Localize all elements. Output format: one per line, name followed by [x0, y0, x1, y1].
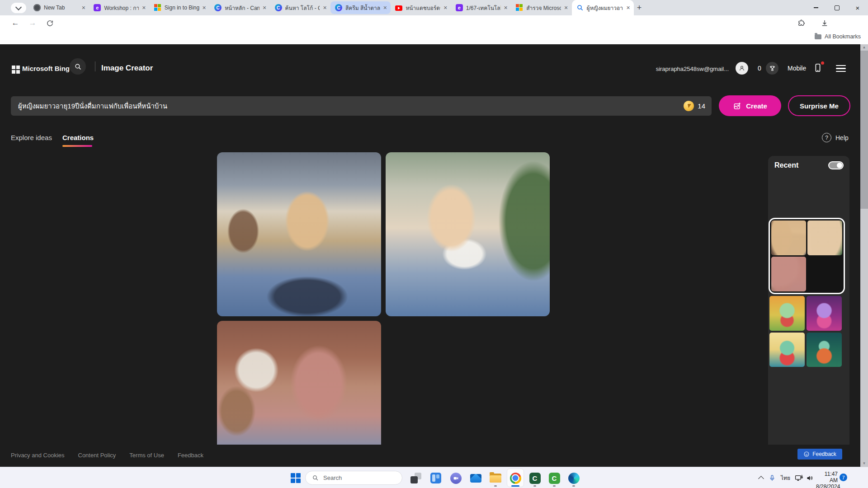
feedback-button-label: Feedback [812, 451, 836, 457]
mobile-app-button[interactable] [813, 62, 823, 73]
tab-explore-ideas[interactable]: Explore ideas [11, 134, 52, 141]
network-tray-icon[interactable] [794, 467, 804, 488]
microsoft-favicon [516, 4, 523, 11]
create-button[interactable]: Create [719, 95, 781, 116]
page-title[interactable]: Image Creator [101, 64, 153, 73]
forward-button[interactable]: → [27, 18, 38, 28]
mobile-label[interactable]: Mobile [788, 65, 806, 72]
bing-brand[interactable]: Microsoft Bing [22, 65, 70, 72]
browser-tab-8[interactable]: e1/67-เทคโนโลยีดิจิทั× [451, 0, 511, 15]
surprise-me-label: Surprise Me [800, 102, 839, 110]
taskbar-app-chrome[interactable] [506, 469, 524, 487]
notification-count-badge[interactable]: 7 [840, 474, 847, 481]
browser-tab-2[interactable]: eWorkshop : การใช้× [89, 0, 149, 15]
window-minimize-button[interactable] [806, 0, 826, 15]
create-label: Create [746, 102, 767, 110]
language-indicator[interactable]: ไทย [781, 467, 790, 488]
tab-close-icon[interactable]: × [323, 5, 326, 11]
rewards-count[interactable]: 0 [758, 65, 761, 72]
toggle-knob [837, 163, 842, 168]
back-button[interactable]: ← [10, 18, 21, 28]
extensions-button[interactable] [796, 18, 807, 28]
footer-link-privacy-and-cookies[interactable]: Privacy and Cookies [11, 452, 65, 459]
tab-title: สำรวจ Microsoft.cc [526, 4, 561, 12]
tab-title: New Tab [44, 5, 79, 11]
chat-icon [450, 473, 462, 484]
taskbar-app-camtasia-2[interactable]: C [545, 469, 563, 487]
page-scrollbar[interactable]: ▲ ▼ [860, 44, 868, 467]
recent-toggle[interactable] [828, 161, 844, 169]
taskbar-app-task-view[interactable] [407, 469, 425, 487]
tab-title: ผู้หญิงผมยาวอายุ19ปี [587, 4, 623, 12]
generated-image-3[interactable] [217, 321, 381, 445]
tab-close-icon[interactable]: × [626, 5, 630, 11]
account-email[interactable]: siraprapha2548sw@gmail... [640, 66, 729, 72]
tab-close-icon[interactable]: × [443, 5, 447, 11]
tab-creations[interactable]: Creations [62, 134, 94, 141]
hamburger-menu-button[interactable] [836, 65, 846, 72]
taskbar-app-chat[interactable] [447, 469, 465, 487]
taskbar-app-camtasia[interactable]: C [526, 469, 544, 487]
generated-image-1[interactable] [217, 152, 381, 316]
browser-tab-7[interactable]: หน้าแดชบอร์ดของช่× [391, 0, 451, 15]
feedback-button[interactable]: Feedback [797, 449, 842, 460]
footer-link-terms-of-use[interactable]: Terms of Use [129, 452, 164, 459]
surprise-me-button[interactable]: Surprise Me [788, 95, 850, 116]
rewards-button[interactable] [766, 62, 778, 75]
browser-tab-1[interactable]: New Tab× [29, 0, 89, 15]
prompt-input[interactable]: ผู้หญิงผมยาวอายุ19ปีนั่งดื่มกาแฟกับเพื่อ… [11, 96, 712, 116]
tab-close-icon[interactable]: × [142, 5, 146, 11]
volume-tray-icon[interactable] [806, 467, 814, 488]
tab-title: หน้าแดชบอร์ดของช่ [406, 4, 440, 12]
tab-close-icon[interactable]: × [504, 5, 508, 11]
tab-search-chevron-button[interactable] [11, 3, 26, 13]
footer-link-content-policy[interactable]: Content Policy [78, 452, 116, 459]
browser-tab-strip: New Tab×eWorkshop : การใช้×Sign in to Bi… [0, 0, 868, 15]
account-avatar[interactable] [736, 62, 748, 75]
footer-link-feedback[interactable]: Feedback [178, 452, 203, 459]
taskbar-app-widgets[interactable] [427, 469, 445, 487]
scroll-up-arrow[interactable]: ▲ [860, 44, 868, 51]
smiley-icon [803, 451, 810, 457]
browser-tab-6[interactable]: Cสีครีม สีน้ำตาล น่ารัก× [330, 1, 391, 14]
generated-image-4[interactable] [386, 321, 550, 445]
start-button[interactable] [287, 469, 305, 487]
recent-thumbnail-coffee-with-friends-creation-selected[interactable] [769, 218, 845, 294]
tab-close-icon[interactable]: × [383, 5, 387, 11]
browser-tab-9[interactable]: สำรวจ Microsoft.cc× [511, 0, 571, 15]
browser-tab-5[interactable]: Cค้นหา โลโก้ - Canva× [270, 0, 330, 15]
tab-close-icon[interactable]: × [203, 5, 206, 11]
puzzle-icon [797, 19, 805, 27]
downloads-button[interactable] [819, 18, 830, 28]
scroll-down-arrow[interactable]: ▼ [860, 460, 868, 467]
tab-close-icon[interactable]: × [82, 5, 85, 11]
tray-expand-button[interactable] [759, 467, 763, 488]
tab-close-icon[interactable]: × [564, 5, 568, 11]
taskbar-app-file-explorer[interactable] [486, 469, 505, 487]
header-search-button[interactable] [70, 58, 86, 75]
taskbar-app-edge[interactable] [565, 469, 583, 487]
help-button[interactable]: ? Help [822, 133, 849, 142]
scrollbar-thumb[interactable] [860, 51, 868, 209]
generated-image-2[interactable] [386, 152, 550, 316]
recent-thumbnail-alien-mushroom-creation[interactable] [769, 296, 842, 367]
canva-favicon: C [214, 4, 222, 11]
microsoft-favicon [154, 4, 161, 11]
tab-close-icon[interactable]: × [263, 5, 266, 11]
bookmarks-folder-icon [815, 34, 821, 39]
clock[interactable]: 11:47 AM 8/28/2024 [816, 467, 838, 488]
window-close-button[interactable]: × [847, 0, 868, 15]
edge-icon [568, 473, 580, 484]
browser-tab-10[interactable]: ผู้หญิงผมยาวอายุ19ปี× [572, 0, 634, 15]
tab-title: Workshop : การใช้ [104, 4, 139, 12]
window-maximize-button[interactable] [826, 0, 847, 15]
browser-tab-4[interactable]: Cหน้าหลัก - Canva× [210, 0, 270, 15]
all-bookmarks-button[interactable]: All Bookmarks [815, 33, 861, 40]
reload-button[interactable] [44, 18, 55, 28]
new-tab-button[interactable]: + [634, 2, 645, 13]
microsoft-bing-logo-icon[interactable] [12, 66, 20, 74]
taskbar-search-box[interactable]: Search [305, 471, 402, 485]
taskbar-app-mail[interactable] [467, 469, 485, 487]
browser-tab-3[interactable]: Sign in to Bing Im× [150, 0, 210, 15]
microphone-tray-icon[interactable] [769, 467, 776, 488]
